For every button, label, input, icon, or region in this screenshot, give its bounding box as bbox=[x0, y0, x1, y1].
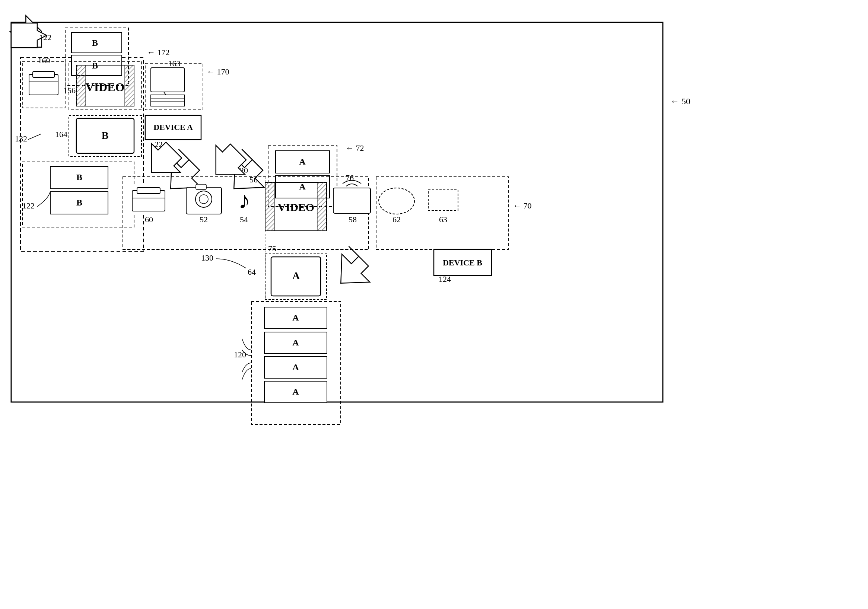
svg-marker-90 bbox=[326, 246, 377, 297]
svg-text:122: 122 bbox=[22, 201, 35, 210]
svg-text:A: A bbox=[299, 157, 306, 166]
svg-text:B: B bbox=[102, 130, 109, 141]
svg-text:A: A bbox=[292, 270, 300, 281]
svg-rect-22 bbox=[76, 65, 86, 106]
svg-text:163: 163 bbox=[168, 59, 181, 68]
svg-rect-23 bbox=[125, 65, 134, 106]
svg-text:A: A bbox=[292, 338, 299, 347]
svg-text:132: 132 bbox=[15, 134, 27, 143]
svg-point-67 bbox=[199, 195, 208, 204]
svg-text:← 50: ← 50 bbox=[670, 96, 690, 106]
svg-text:130: 130 bbox=[201, 253, 213, 262]
svg-text:← 172: ← 172 bbox=[147, 48, 170, 57]
svg-text:DEVICE B: DEVICE B bbox=[443, 258, 482, 267]
svg-text:56: 56 bbox=[250, 175, 258, 184]
svg-text:B: B bbox=[76, 172, 82, 182]
svg-rect-68 bbox=[196, 184, 206, 189]
svg-rect-81 bbox=[428, 190, 458, 210]
svg-text:♪: ♪ bbox=[238, 187, 251, 214]
svg-text:64: 64 bbox=[248, 267, 256, 277]
svg-text:← 72: ← 72 bbox=[346, 143, 364, 153]
svg-text:58: 58 bbox=[349, 215, 357, 224]
svg-text:A: A bbox=[292, 387, 299, 397]
svg-text:← 170: ← 170 bbox=[207, 67, 229, 76]
svg-point-79 bbox=[379, 188, 414, 214]
svg-text:75: 75 bbox=[268, 244, 276, 253]
svg-text:122: 122 bbox=[39, 33, 51, 42]
svg-text:← 70: ← 70 bbox=[513, 201, 532, 210]
svg-rect-62 bbox=[137, 188, 160, 194]
svg-rect-73 bbox=[265, 183, 274, 231]
svg-text:A: A bbox=[299, 182, 306, 191]
diagram-container: ← 50 132 156 122 B B ← 172 bbox=[0, 0, 868, 609]
svg-text:DEVICE A: DEVICE A bbox=[153, 122, 193, 132]
svg-rect-74 bbox=[317, 183, 327, 231]
svg-rect-17 bbox=[33, 71, 54, 77]
svg-text:B: B bbox=[76, 198, 82, 207]
svg-text:124: 124 bbox=[439, 274, 451, 284]
svg-text:60: 60 bbox=[145, 215, 153, 224]
svg-rect-30 bbox=[151, 95, 184, 106]
svg-text:A: A bbox=[292, 313, 299, 322]
svg-text:VIDEO: VIDEO bbox=[86, 81, 125, 94]
svg-text:120: 120 bbox=[234, 350, 246, 359]
svg-text:52: 52 bbox=[200, 215, 208, 224]
svg-text:54: 54 bbox=[240, 215, 248, 224]
svg-line-4 bbox=[28, 134, 41, 139]
svg-text:A: A bbox=[292, 362, 299, 372]
svg-rect-27 bbox=[151, 68, 184, 92]
svg-text:B: B bbox=[92, 38, 98, 48]
svg-text:164: 164 bbox=[55, 130, 67, 139]
svg-rect-76 bbox=[333, 188, 370, 213]
svg-text:VIDEO: VIDEO bbox=[278, 201, 314, 213]
svg-text:62: 62 bbox=[392, 215, 401, 224]
svg-text:63: 63 bbox=[439, 215, 447, 224]
svg-text:160: 160 bbox=[38, 56, 50, 65]
